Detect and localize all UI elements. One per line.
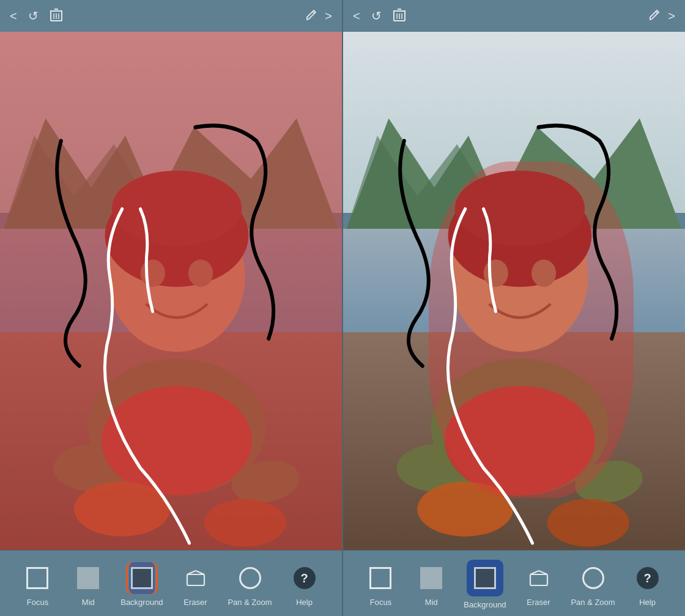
left-background-icon-wrapper (126, 562, 158, 594)
right-tool-pan-zoom[interactable]: Pan & Zoom (571, 562, 615, 607)
right-focus-icon-wrapper (365, 562, 396, 594)
right-undo-icon[interactable]: ↺ (371, 9, 382, 23)
right-background-label: Background (464, 600, 506, 609)
left-back-icon[interactable]: < (10, 9, 17, 23)
left-toolbar: < ↺ (0, 0, 342, 32)
right-toolbar-right: > (648, 9, 675, 24)
left-tool-pan-zoom[interactable]: Pan & Zoom (228, 562, 272, 607)
right-forward-icon[interactable]: > (668, 9, 675, 23)
right-trash-icon[interactable] (393, 7, 406, 25)
left-help-label: Help (296, 598, 313, 607)
left-tool-focus[interactable]: Focus (19, 562, 56, 607)
svg-rect-22 (187, 574, 204, 585)
right-tool-background[interactable]: Background (464, 560, 506, 609)
left-undo-icon[interactable]: ↺ (28, 9, 39, 23)
right-mid-icon-wrapper (415, 562, 447, 594)
left-toolbar-right: > (305, 9, 332, 24)
right-toolbar-left: < ↺ (353, 7, 406, 25)
right-help-icon-wrapper: ? (632, 562, 664, 594)
left-pan-zoom-icon-wrapper (234, 562, 266, 594)
left-pan-zoom-label: Pan & Zoom (228, 598, 272, 607)
left-background-label: Background (120, 598, 163, 607)
left-pencil-icon[interactable] (305, 9, 317, 24)
right-toolbar: < ↺ (343, 0, 685, 32)
svg-line-6 (313, 12, 314, 13)
left-pan-zoom-icon (239, 567, 261, 589)
left-mid-icon-wrapper (72, 562, 104, 594)
right-mid-icon (420, 567, 442, 589)
right-tool-help[interactable]: ? Help (629, 562, 666, 607)
left-panel: < ↺ (0, 0, 342, 616)
right-mid-label: Mid (425, 598, 438, 607)
left-mid-label: Mid (82, 598, 95, 607)
left-eraser-label: Eraser (183, 598, 207, 607)
left-bottom-toolbar: Focus Mid Background (0, 550, 342, 616)
left-background-inner-wrapper (129, 562, 155, 594)
right-tool-eraser[interactable]: Eraser (520, 562, 557, 607)
left-tool-eraser[interactable]: Eraser (177, 562, 214, 607)
right-pan-zoom-icon-wrapper (577, 562, 609, 594)
right-focus-label: Focus (370, 598, 391, 607)
left-help-icon-wrapper: ? (289, 562, 320, 594)
left-toolbar-left: < ↺ (10, 7, 63, 25)
left-image-area (0, 32, 342, 550)
right-focus-icon (369, 567, 391, 589)
left-mid-icon (77, 567, 99, 589)
left-background-icon (131, 567, 153, 589)
svg-rect-47 (530, 574, 547, 585)
right-pan-zoom-label: Pan & Zoom (571, 598, 615, 607)
right-bottom-toolbar: Focus Mid Background (343, 550, 685, 616)
left-focus-icon (26, 567, 48, 589)
main-container: < ↺ (0, 0, 685, 616)
left-trash-icon[interactable] (50, 7, 63, 25)
left-help-icon: ? (294, 567, 316, 589)
right-background-icon (474, 567, 496, 589)
left-focus-label: Focus (27, 598, 48, 607)
left-tool-background[interactable]: Background (120, 562, 163, 607)
right-tool-mid[interactable]: Mid (413, 562, 450, 607)
left-tool-mid[interactable]: Mid (70, 562, 106, 607)
right-eraser-icon-wrapper (523, 562, 555, 594)
right-help-icon: ? (637, 567, 659, 589)
right-image-area (343, 32, 685, 550)
right-back-icon[interactable]: < (353, 9, 360, 23)
left-eraser-icon (185, 567, 207, 589)
svg-line-31 (656, 12, 657, 13)
left-tool-help[interactable]: ? Help (286, 562, 323, 607)
left-focus-icon-wrapper (21, 562, 53, 594)
right-background-icon-wrapper (467, 560, 503, 596)
left-eraser-icon-wrapper (180, 562, 212, 594)
left-forward-icon[interactable]: > (325, 9, 332, 23)
right-pan-zoom-icon (582, 567, 604, 589)
right-eraser-icon (528, 567, 550, 589)
right-tool-focus[interactable]: Focus (362, 562, 399, 607)
right-panel: < ↺ (343, 0, 685, 616)
right-eraser-label: Eraser (527, 598, 550, 607)
right-pencil-icon[interactable] (648, 9, 661, 24)
right-help-label: Help (639, 598, 656, 607)
